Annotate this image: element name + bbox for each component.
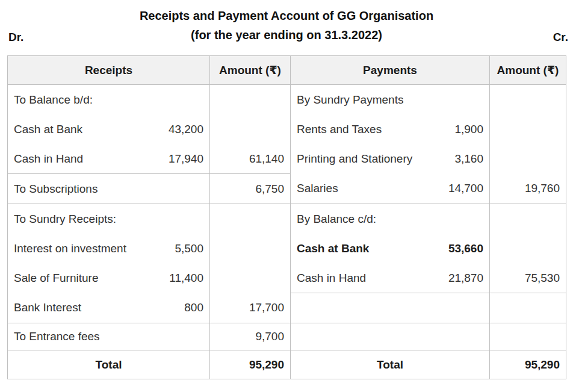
receipt-sub-amount: 43,200 [169,123,203,136]
table-row: Cash at Bank 43,200 Rents and Taxes 1,90… [8,114,566,144]
receipt-sub-amount: 11,400 [169,272,203,285]
page-subtitle: (for the year ending on 31.3.2022) [0,27,573,43]
receipts-label-cell: Interest on investment 5,500 [8,234,210,263]
table-row: To Balance b/d: By Sundry Payments [8,85,566,115]
payment-item-label: Cash in Hand [297,272,366,285]
receipt-item-label: Bank Interest [14,301,81,314]
payments-amount-cell [490,293,566,323]
cr-label: Cr. [553,31,568,44]
payments-label-cell: Cash in Hand 21,870 [291,263,490,293]
column-header-receipts: Receipts [8,56,210,85]
receipts-amount-cell [210,234,291,263]
receipts-label-cell: To Sundry Receipts: [8,204,210,234]
receipts-label-cell: To Balance b/d: [8,85,210,115]
receipts-label-cell: Sale of Furniture 11,400 [8,263,210,293]
payment-item-label: Cash at Bank [297,242,369,255]
receipts-amount-cell [210,263,291,293]
table-row: Sale of Furniture 11,400 Cash in Hand 21… [8,263,566,293]
payment-item-label: Rents and Taxes [297,123,382,136]
receipt-item-label: Cash at Bank [14,123,82,136]
receipt-item-label: To Subscriptions [14,182,98,196]
receipts-amount-cell [210,85,291,115]
table-header-row: Receipts Amount (₹) Payments Amount (₹) [8,56,566,85]
payments-label-cell: Printing and Stationery 3,160 [291,144,490,174]
receipts-amount-cell: 6,750 [210,174,291,204]
table-row: To Sundry Receipts: By Balance c/d: [8,204,566,234]
payments-amount-cell [490,85,566,115]
receipts-amount-cell: 61,140 [210,144,291,174]
table-row: To Entrance fees 9,700 [8,323,566,350]
receipts-amount-cell: 17,700 [210,293,291,323]
payments-total-label: Total [291,350,490,379]
table-row: To Subscriptions 6,750 Salaries 14,700 1… [8,174,566,204]
payment-sub-amount: 3,160 [454,152,483,166]
payments-amount-cell: 19,760 [490,174,566,204]
payments-label-cell: By Balance c/d: [291,204,490,234]
receipts-label-cell: To Entrance fees [8,323,210,350]
payments-label-cell [291,323,490,350]
column-header-amount-right: Amount (₹) [490,56,566,85]
payments-amount-cell [490,144,566,174]
receipt-item-label: Cash in Hand [14,152,83,166]
receipt-item-label: To Balance b/d: [14,93,93,107]
page-title: Receipts and Payment Account of GG Organ… [0,8,573,23]
payments-amount-cell [490,204,566,234]
payments-amount-cell [490,234,566,263]
payments-label-cell: Salaries 14,700 [291,174,490,204]
payments-label-cell [291,293,490,323]
payments-amount-cell: 75,530 [490,263,566,293]
page-header: Receipts and Payment Account of GG Organ… [0,0,573,45]
receipts-amount-cell: 9,700 [210,323,291,350]
payments-amount-cell [490,323,566,350]
payments-label-cell: Cash at Bank 53,660 [291,234,490,263]
receipts-label-cell: Bank Interest 800 [8,293,210,323]
payment-item-label: Salaries [297,182,338,195]
column-header-amount-left: Amount (₹) [210,56,291,85]
receipts-amount-cell [210,114,291,144]
receipts-label-cell: To Subscriptions [8,174,210,204]
payments-label-cell: Rents and Taxes 1,900 [291,114,490,144]
payment-sub-amount: 1,900 [454,123,483,136]
payment-sub-amount: 14,700 [448,182,483,195]
receipt-item-label: To Entrance fees [14,330,100,343]
payments-label-cell: By Sundry Payments [291,85,490,115]
receipts-amount-cell [210,204,291,234]
column-header-payments: Payments [291,56,490,85]
payments-amount-cell [490,114,566,144]
dr-label: Dr. [8,31,23,44]
payment-sub-amount: 53,660 [448,242,483,255]
receipt-sub-amount: 5,500 [175,242,203,255]
receipts-payments-page: Receipts and Payment Account of GG Organ… [0,0,573,392]
payment-sub-amount: 21,870 [448,272,483,285]
receipts-total-label: Total [8,350,210,379]
receipts-label-cell: Cash at Bank 43,200 [8,114,210,144]
receipt-item-label: Interest on investment [14,242,126,255]
receipt-item-label: To Sundry Receipts: [14,213,116,226]
account-table: Receipts Amount (₹) Payments Amount (₹) … [7,55,566,379]
receipt-sub-amount: 800 [184,301,203,314]
payments-total-amount: 95,290 [490,350,566,379]
receipt-item-label: Sale of Furniture [14,272,98,285]
total-row: Total 95,290 Total 95,290 [8,350,566,379]
payment-item-label: Printing and Stationery [297,152,412,166]
table-row: Bank Interest 800 17,700 [8,293,566,323]
payment-item-label: By Balance c/d: [297,213,376,226]
payment-item-label: By Sundry Payments [297,93,403,107]
table-row: Interest on investment 5,500 Cash at Ban… [8,234,566,263]
receipts-total-amount: 95,290 [210,350,291,379]
table-row: Cash in Hand 17,940 61,140 Printing and … [8,144,566,174]
receipt-sub-amount: 17,940 [169,152,203,166]
receipts-label-cell: Cash in Hand 17,940 [8,144,210,174]
